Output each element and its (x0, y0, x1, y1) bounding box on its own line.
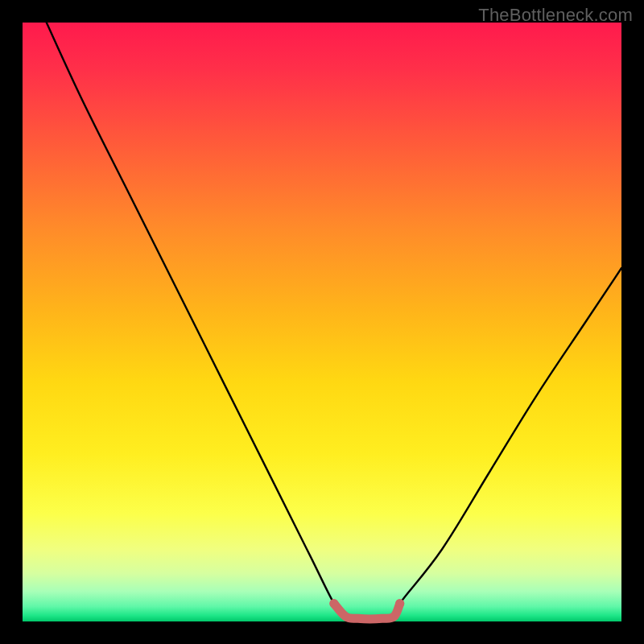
optimal-band-endcap-right (395, 599, 404, 608)
chart-frame: TheBottleneck.com (0, 0, 644, 644)
optimal-band-endcap-left (329, 599, 338, 608)
bottleneck-curve (47, 23, 621, 621)
optimal-band (334, 604, 400, 619)
watermark-text: TheBottleneck.com (478, 5, 633, 26)
plot-area (23, 23, 621, 621)
chart-svg (23, 23, 621, 621)
